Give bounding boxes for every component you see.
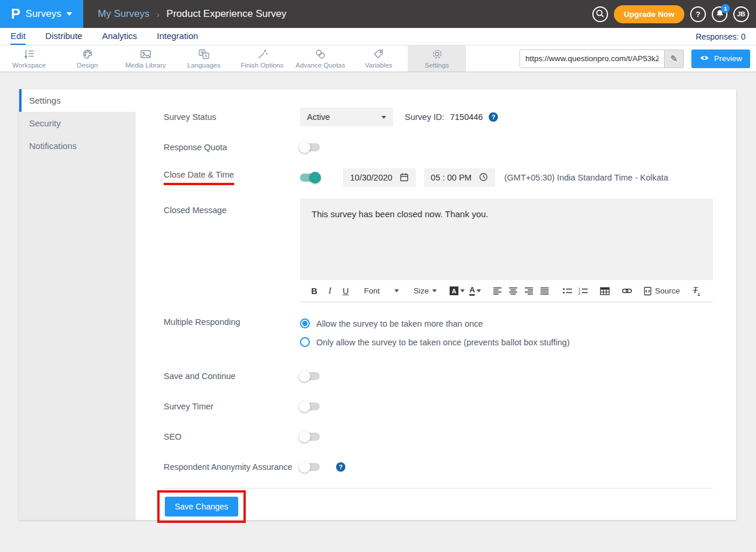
timezone-text: (GMT+05:30) India Standard Time - Kolkat… — [504, 173, 669, 182]
tab-distribute[interactable]: Distribute — [45, 28, 82, 45]
annotation-highlight-box: Save Changes — [157, 490, 246, 523]
text-color-icon: A — [469, 286, 475, 296]
close-time-input[interactable]: 05 : 00 PM — [424, 168, 495, 187]
survey-timer-toggle[interactable] — [300, 402, 320, 411]
align-justify-button[interactable] — [538, 284, 552, 299]
align-center-icon — [509, 287, 518, 295]
close-date-input[interactable]: 10/30/2020 — [343, 168, 416, 187]
text-color-button[interactable]: A — [468, 284, 483, 299]
closed-message-row: Closed Message This survey has been clos… — [164, 199, 713, 302]
insert-link-button[interactable] — [620, 284, 634, 299]
toggle-knob — [299, 401, 310, 412]
close-date-toggle[interactable] — [300, 174, 320, 182]
settings-form: Survey Status Active Survey ID: 7150446 … — [136, 89, 736, 520]
toolbar-label: Advance Quotas — [295, 62, 345, 69]
radio-label: Only allow the survey to be taken once (… — [316, 338, 570, 347]
sidebar-item-security[interactable]: Security — [19, 112, 136, 135]
align-justify-icon — [540, 287, 549, 295]
save-and-continue-toggle[interactable] — [300, 372, 320, 380]
svg-text:A: A — [204, 53, 207, 58]
chain-links-icon — [314, 48, 327, 60]
help-button[interactable]: ? — [690, 6, 706, 22]
edit-url-button[interactable]: ✎ — [664, 50, 683, 68]
seo-row: SEO — [164, 427, 713, 446]
tab-edit[interactable]: Edit — [10, 28, 26, 45]
remove-format-icon: Tx — [693, 285, 700, 296]
align-right-button[interactable] — [522, 284, 536, 299]
responses-count: Responses: 0 — [695, 32, 746, 41]
response-quota-toggle[interactable] — [300, 143, 320, 151]
question-mark-icon: ? — [696, 10, 701, 19]
tab-analytics[interactable]: Analytics — [102, 28, 137, 45]
respondent-anonymity-help-icon[interactable]: ? — [336, 462, 345, 472]
save-changes-button[interactable]: Save Changes — [165, 497, 238, 516]
survey-id-help-icon[interactable]: ? — [489, 112, 498, 122]
toolbar-item-workspace[interactable]: Workspace — [0, 45, 58, 72]
avatar[interactable]: JB — [733, 6, 749, 22]
upgrade-now-button[interactable]: Upgrade Now — [614, 5, 684, 23]
eye-icon — [700, 54, 709, 63]
source-button[interactable]: Source — [642, 284, 681, 299]
underline-button[interactable]: U — [338, 284, 353, 299]
chevron-down-icon — [394, 289, 399, 292]
radio-option-only-once[interactable]: Only allow the survey to be taken once (… — [300, 337, 570, 347]
remove-format-button[interactable]: Tx — [689, 284, 704, 299]
save-and-continue-label: Save and Continue — [164, 371, 300, 381]
toolbar-label: Media Library — [125, 62, 166, 69]
toggle-knob — [299, 141, 310, 153]
search-button[interactable] — [592, 6, 608, 22]
toolbar-item-design[interactable]: Design — [58, 45, 116, 72]
notifications-button[interactable]: 1 — [712, 6, 727, 22]
questionpro-logo-icon: P — [11, 7, 20, 21]
main-tab-bar: Edit Distribute Analytics Integration Re… — [0, 28, 756, 45]
background-color-button[interactable]: A — [448, 284, 467, 299]
radio-option-more-than-once[interactable]: Allow the survey to be taken more than o… — [300, 319, 570, 328]
align-left-icon — [493, 287, 502, 295]
breadcrumb-my-surveys[interactable]: My Surveys — [98, 8, 150, 20]
bullet-list-button[interactable] — [560, 284, 574, 299]
breadcrumb-separator-icon: › — [157, 9, 160, 19]
toolbar-item-finish-options[interactable]: Finish Options — [233, 45, 291, 72]
closed-message-textarea[interactable]: This survey has been closed now. Thank y… — [300, 199, 713, 280]
toolbar-label: Settings — [425, 62, 449, 69]
chevron-down-icon — [66, 12, 72, 16]
gear-icon — [431, 48, 443, 60]
toolbar-label: Languages — [188, 62, 221, 69]
close-date-label-text: Close Date & Time — [164, 170, 234, 185]
size-dropdown[interactable]: Size — [410, 284, 440, 299]
bold-button[interactable]: B — [307, 284, 322, 299]
insert-table-button[interactable] — [598, 284, 612, 299]
italic-button[interactable]: I — [323, 284, 337, 299]
align-left-button[interactable] — [490, 284, 505, 299]
align-center-button[interactable] — [506, 284, 521, 299]
chevron-down-icon — [460, 289, 465, 292]
toolbar-item-media-library[interactable]: Media Library — [116, 45, 175, 72]
survey-status-select[interactable]: Active — [300, 108, 393, 126]
seo-toggle[interactable] — [300, 433, 320, 441]
pencil-icon: ✎ — [670, 54, 678, 64]
survey-url-input[interactable] — [520, 50, 664, 68]
preview-button[interactable]: Preview — [691, 49, 750, 68]
toggle-knob — [299, 461, 310, 473]
survey-id-label: Survey ID: — [405, 112, 444, 122]
tab-integration[interactable]: Integration — [157, 28, 198, 45]
toolbar-item-advance-quotas[interactable]: Advance Quotas — [291, 45, 349, 72]
toolbar-label: Workspace — [12, 62, 45, 69]
font-dropdown[interactable]: Font — [361, 284, 402, 299]
toolbar-item-settings[interactable]: Settings — [408, 45, 466, 72]
respondent-anonymity-toggle[interactable] — [300, 463, 320, 471]
multiple-responding-options: Allow the survey to be taken more than o… — [300, 317, 570, 347]
form-divider — [164, 488, 713, 489]
calendar-icon — [400, 172, 409, 183]
source-icon — [644, 286, 652, 296]
sidebar-item-settings[interactable]: Settings — [19, 89, 136, 112]
radio-label: Allow the survey to be taken more than o… — [316, 319, 483, 328]
settings-card: Settings Security Notifications Survey S… — [19, 89, 736, 520]
numbered-list-button[interactable]: 12 — [575, 284, 590, 299]
product-switcher[interactable]: P Surveys — [0, 0, 83, 28]
toolbar-item-variables[interactable]: Variables — [349, 45, 408, 72]
toolbar-item-languages[interactable]: A Languages — [175, 45, 233, 72]
image-icon — [139, 48, 152, 60]
sidebar-item-notifications[interactable]: Notifications — [19, 135, 136, 157]
clock-icon — [479, 172, 488, 183]
